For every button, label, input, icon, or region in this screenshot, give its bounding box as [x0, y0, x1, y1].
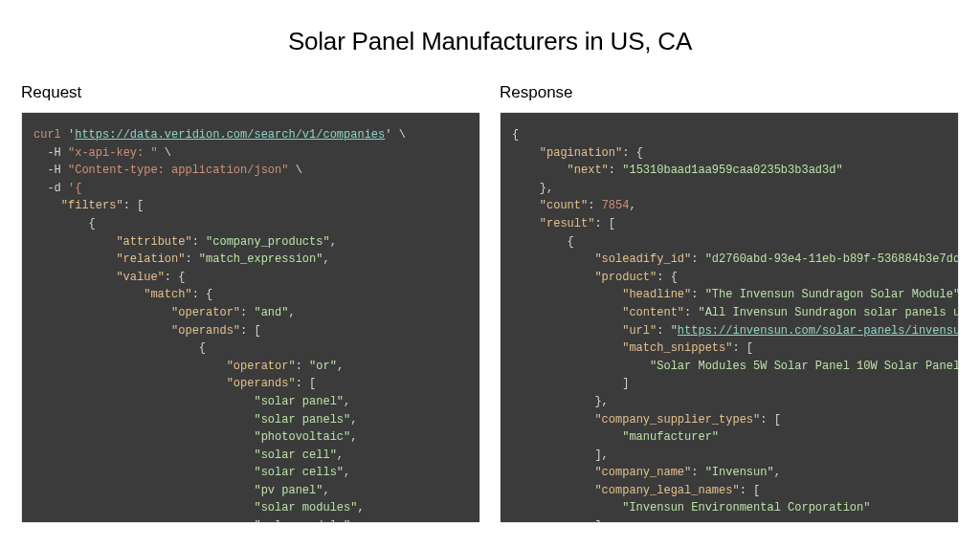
request-column: Request curl 'https://data.veridion.com/… — [21, 83, 480, 523]
request-code-wrap: curl 'https://data.veridion.com/search/v… — [21, 112, 480, 523]
response-code-wrap: { "pagination": { "next": "15310baad1aa9… — [500, 112, 959, 523]
request-code[interactable]: curl 'https://data.veridion.com/search/v… — [22, 113, 479, 522]
columns: Request curl 'https://data.veridion.com/… — [21, 83, 959, 523]
response-code[interactable]: { "pagination": { "next": "15310baad1aa9… — [501, 113, 958, 522]
response-column: Response { "pagination": { "next": "1531… — [500, 83, 959, 523]
response-heading: Response — [500, 83, 959, 102]
request-heading: Request — [21, 83, 480, 102]
page-title: Solar Panel Manufacturers in US, CA — [21, 27, 959, 56]
